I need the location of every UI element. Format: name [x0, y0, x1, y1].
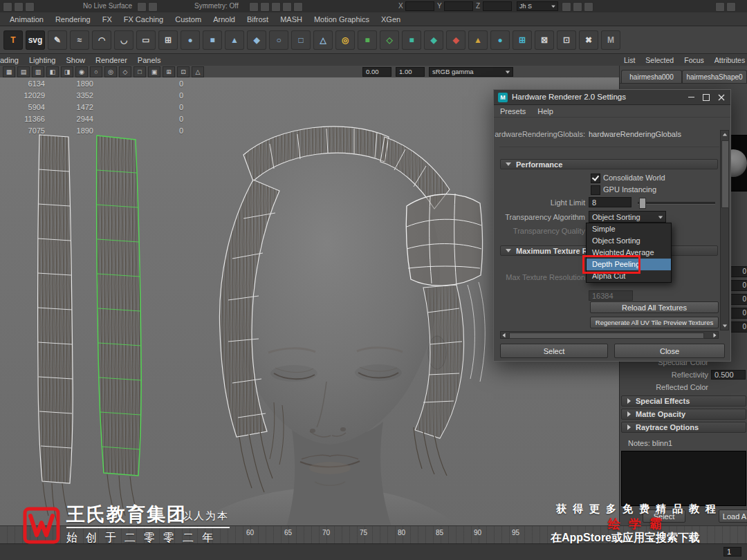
shelf-tab[interactable]: Motion Graphics [314, 15, 369, 24]
viewport-menu-item[interactable]: Panels [138, 56, 161, 64]
dialog-close-button[interactable]: Close [614, 344, 725, 358]
shelf-tool-icon[interactable]: ▭ [136, 30, 156, 50]
max-texture-resolution-input[interactable]: 16384 [589, 290, 633, 301]
shelf-tab[interactable]: Arnold [213, 15, 235, 24]
viewport-toggle-icon[interactable]: ◧ [46, 66, 59, 77]
viewport-toggle-icon[interactable]: ○ [90, 66, 102, 77]
shelf-tool-icon[interactable]: ■ [358, 30, 377, 50]
viewport-menu-item[interactable]: ading [0, 56, 19, 64]
menu-grip-icon[interactable] [3, 2, 12, 12]
viewport-toggle-icon[interactable]: □ [133, 66, 146, 77]
shelf-tool-icon[interactable]: ⊠ [535, 30, 554, 50]
shelf-tool-icon[interactable]: ◎ [335, 30, 355, 50]
hair-strip-a[interactable] [38, 135, 73, 521]
current-frame-field[interactable]: 1 [723, 547, 741, 557]
viewport-toggle-icon[interactable]: ◉ [75, 66, 88, 77]
attribute-editor-menu-item[interactable]: List [624, 56, 635, 64]
scrollbar-thumb[interactable] [509, 333, 704, 339]
shelf-tab[interactable]: Bifrost [247, 15, 268, 24]
viewport-toggle-icon[interactable]: ▦ [3, 66, 15, 77]
transparency-algorithm-dropdown[interactable]: Object Sorting [589, 211, 666, 223]
notes-textarea[interactable] [621, 451, 746, 506]
shelf-tool-icon[interactable]: svg [26, 30, 45, 50]
snap-grid-icon[interactable] [249, 2, 259, 12]
shelf-tool-icon[interactable]: ⊞ [158, 30, 178, 50]
scroll-left-icon[interactable] [503, 333, 506, 337]
scroll-right-icon[interactable] [714, 333, 717, 337]
shelf-tool-icon[interactable]: ■ [402, 30, 421, 50]
shelf-tool-icon[interactable]: ⊞ [513, 30, 532, 50]
ipr-render-icon[interactable] [573, 2, 582, 12]
scroll-up-icon[interactable] [723, 133, 727, 136]
snap-curve-icon[interactable] [260, 2, 270, 12]
scroll-down-icon[interactable] [723, 325, 727, 328]
regenerate-uv-tile-button[interactable]: Regenerate All UV Tile Preview Textures [590, 317, 719, 328]
render-icon[interactable] [562, 2, 571, 12]
shelf-tool-icon[interactable]: □ [291, 30, 311, 50]
attribute-editor-menu-item[interactable]: Focus [684, 56, 704, 64]
horizontal-scrollbar[interactable] [500, 331, 719, 339]
minimize-button[interactable] [685, 92, 697, 102]
shelf-tab[interactable]: FX [102, 15, 112, 24]
attribute-editor-menu-item[interactable]: Attributes [714, 56, 745, 64]
shelf-tab[interactable]: Rendering [55, 15, 91, 24]
shelf-tool-icon[interactable]: ◠ [92, 30, 111, 50]
shelf-tool-icon[interactable]: ✖ [579, 30, 598, 50]
shelf-tab[interactable]: XGen [381, 15, 400, 24]
light-limit-slider[interactable] [638, 202, 715, 205]
shelf-tab[interactable]: Custom [175, 15, 201, 24]
scene-icon[interactable] [14, 2, 24, 12]
viewport-menu-item[interactable]: Show [66, 56, 85, 64]
viewport-toggle-icon[interactable]: ◇ [119, 66, 131, 77]
shelf-tool-icon[interactable]: ⊡ [557, 30, 576, 50]
viewport-toggle-icon[interactable]: △ [192, 66, 204, 77]
render-settings-icon[interactable] [584, 2, 593, 12]
consolidate-world-checkbox[interactable] [591, 174, 600, 183]
attr-section-bar[interactable]: Special Effects [621, 395, 746, 407]
shelf-tab[interactable]: MASH [280, 15, 302, 24]
light-limit-input[interactable]: 8 [589, 197, 631, 207]
performance-section-header[interactable]: Performance [500, 159, 718, 169]
slider-handle[interactable] [639, 198, 646, 209]
dialog-select-button[interactable]: Select [500, 344, 608, 358]
node-tab-hairmeshaShape0[interactable]: hairmeshaShape0 [682, 70, 747, 84]
sidebar-toggle-icon[interactable] [715, 2, 725, 12]
colorspace-dropdown[interactable]: sRGB gamma [429, 67, 513, 77]
live-surface-label[interactable]: No Live Surface [83, 2, 132, 10]
load-attributes-button[interactable]: Load A [719, 510, 747, 523]
reload-all-textures-button[interactable]: Reload All Textures [590, 301, 719, 313]
viewport-toggle-icon[interactable]: ▥ [32, 66, 44, 77]
maximize-button[interactable] [700, 92, 712, 102]
y-coordinate-input[interactable] [444, 1, 473, 11]
scrollbar-thumb[interactable] [721, 140, 729, 208]
selection-mask-icon[interactable] [137, 2, 147, 12]
shelf-tool-icon[interactable]: ◡ [114, 30, 133, 50]
sidebar-toggle-icon[interactable] [726, 2, 736, 12]
reflectivity-input[interactable]: 0.500 [711, 370, 746, 380]
shelf-tool-icon[interactable]: ● [181, 30, 200, 50]
dialog-menu-item[interactable]: Presets [500, 107, 526, 115]
snap-point-icon[interactable] [271, 2, 281, 12]
viewport-toggle-icon[interactable]: ◨ [61, 66, 73, 77]
viewport-toggle-icon[interactable]: ▣ [148, 66, 160, 77]
viewport-menu-item[interactable]: Renderer [95, 56, 127, 64]
shelf-tool-icon[interactable]: M [601, 30, 620, 50]
exposure-input[interactable]: 0.00 [362, 67, 391, 77]
selection-mask-icon[interactable] [148, 2, 158, 12]
shelf-tab[interactable]: Animation [10, 15, 44, 24]
magnet-icon[interactable] [293, 2, 303, 12]
viewport-toggle-icon[interactable]: ⊡ [177, 66, 190, 77]
dropdown-option[interactable]: Object Sorting [587, 235, 671, 247]
shelf-tab[interactable]: FX Caching [124, 15, 163, 24]
shelf-tool-icon[interactable]: ○ [269, 30, 288, 50]
hair-strip-b-selected[interactable] [97, 136, 142, 516]
shelf-tool-icon[interactable]: ▲ [468, 30, 488, 50]
dialog-menu-item[interactable]: Help [537, 107, 553, 115]
dropdown-option[interactable]: Simple [587, 223, 671, 235]
shelf-tool-icon[interactable]: ▲ [225, 30, 244, 50]
shelf-tool-icon[interactable]: ◆ [424, 30, 443, 50]
shelf-tool-icon[interactable]: ■ [203, 30, 222, 50]
vertical-scrollbar[interactable] [720, 130, 729, 330]
attribute-editor-menu-item[interactable]: Selected [645, 56, 674, 64]
shelf-tool-icon[interactable]: ≈ [70, 30, 89, 50]
